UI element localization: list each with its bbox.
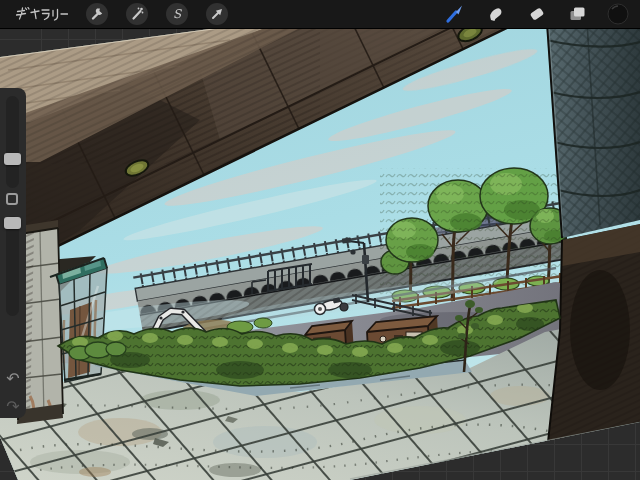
undo-button[interactable]: ↶ [0,368,26,390]
artwork-illustration [0,0,640,480]
erase-button[interactable] [524,2,548,26]
drawing-canvas[interactable] [0,0,640,480]
selection-button[interactable]: S [166,3,188,25]
paint-button[interactable] [442,2,466,26]
smudge-finger-icon [486,5,504,23]
brush-size-slider[interactable] [6,96,19,188]
eraser-icon [527,5,545,23]
redo-button[interactable]: ↷ [0,396,26,418]
layers-button[interactable] [565,2,589,26]
paint-brush-icon [444,4,464,24]
adjustments-button[interactable] [126,3,148,25]
opacity-handle[interactable] [4,217,21,229]
transform-button[interactable] [206,3,228,25]
color-button[interactable] [606,2,630,26]
modify-button[interactable] [6,193,18,205]
redo-arrow-icon: ↷ [6,398,19,415]
brush-size-handle[interactable] [4,153,21,165]
wrench-icon [89,6,105,22]
layers-icon [568,5,586,23]
transform-arrow-icon [209,6,225,22]
actions-button[interactable] [86,3,108,25]
brush-sidebar: ↶ ↷ [0,88,26,418]
gallery-button[interactable]: ギャラリー [16,5,68,23]
selection-s-icon: S [169,6,185,22]
magic-wand-icon [129,6,145,22]
opacity-slider[interactable] [6,216,19,316]
smudge-button[interactable] [483,2,507,26]
svg-text:S: S [173,7,183,21]
gallery-label-glyphs [16,7,68,21]
color-swatch [607,3,629,25]
top-toolbar: ギャラリー S [0,0,640,29]
paint-tool-group [442,2,630,26]
undo-arrow-icon: ↶ [6,370,19,387]
